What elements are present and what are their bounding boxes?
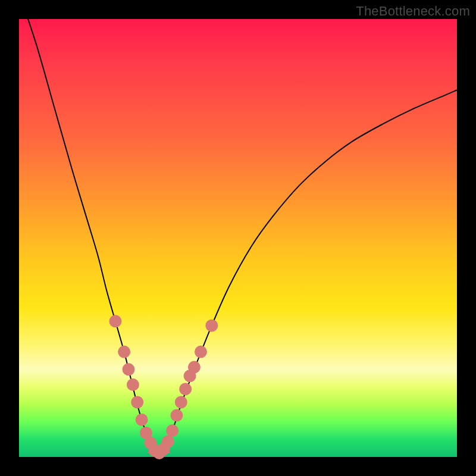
- highlight-dots: [109, 315, 218, 459]
- chart-frame: TheBottleneck.com: [0, 0, 476, 476]
- highlight-dot: [175, 396, 187, 409]
- highlight-dot: [118, 346, 130, 358]
- chart-svg: [19, 19, 457, 457]
- highlight-dot: [123, 363, 135, 375]
- watermark-text: TheBottleneck.com: [356, 4, 470, 19]
- highlight-dot: [136, 414, 148, 426]
- highlight-dot: [166, 424, 178, 437]
- highlight-dot: [131, 396, 143, 409]
- highlight-dot: [179, 383, 192, 395]
- highlight-dot: [127, 378, 139, 391]
- highlight-dot: [205, 320, 218, 332]
- plot-area: [19, 19, 457, 457]
- highlight-dot: [188, 361, 201, 374]
- highlight-dot: [195, 346, 207, 358]
- highlight-dot: [162, 436, 174, 448]
- highlight-dot: [109, 315, 121, 327]
- highlight-dot: [170, 409, 183, 422]
- curve-right-branch: [158, 90, 457, 453]
